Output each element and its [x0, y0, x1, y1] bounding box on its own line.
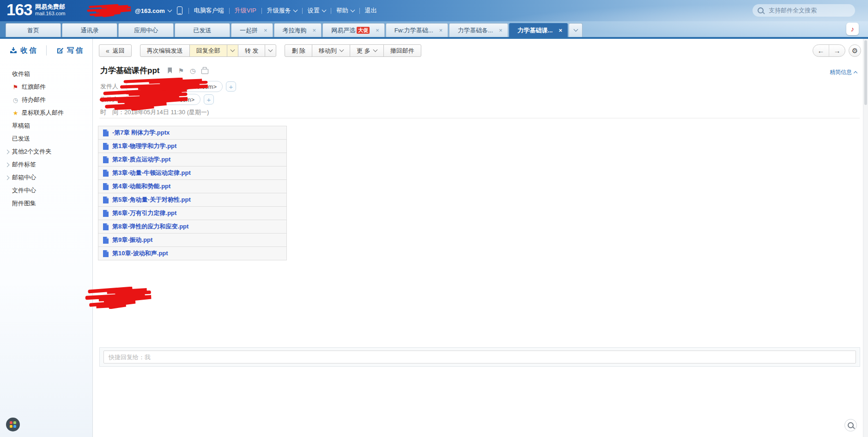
flag-icon[interactable]: ⚑: [178, 67, 184, 74]
close-icon[interactable]: ×: [264, 27, 267, 33]
red-flag-icon: ⚑: [12, 84, 19, 90]
close-icon[interactable]: ×: [499, 27, 503, 33]
reply-all-button[interactable]: 回复全部: [189, 44, 227, 57]
time-value: 2018年05月14日 11:30 (星期一): [124, 108, 209, 117]
tab-yanxuan[interactable]: 网易严选大促×: [322, 23, 385, 37]
manage-button-group: 删 除 移动到 更 多 撤回邮件: [285, 44, 421, 57]
gear-icon[interactable]: ⚙: [849, 44, 861, 57]
next-mail-button[interactable]: →: [829, 45, 845, 56]
chevron-down-icon: [322, 7, 326, 12]
attachment-row[interactable]: -第7章 刚体力学.pptx: [98, 126, 287, 140]
attachment-row[interactable]: 第3章-动量-牛顿运动定律.ppt: [98, 166, 287, 180]
attachment-row[interactable]: 第8章-弹性的应力和应变.ppt: [98, 220, 287, 234]
folder-drafts[interactable]: 草稿箱: [0, 119, 92, 132]
folder-sent[interactable]: 已发送: [0, 132, 92, 145]
compose-pencil-icon: [56, 47, 64, 54]
music-player-icon[interactable]: ♪: [846, 23, 859, 35]
folder-inbox[interactable]: 收件箱: [0, 68, 92, 80]
promo-badge: 大促: [357, 27, 370, 34]
brand-name: 网易免费邮: [35, 3, 65, 11]
bookmark-icon[interactable]: [168, 68, 172, 74]
mobile-phone-icon[interactable]: [177, 6, 182, 15]
close-icon[interactable]: ×: [439, 27, 443, 33]
attachment-row[interactable]: 第2章-质点运动学.ppt: [98, 153, 287, 166]
attachment-row[interactable]: 第5章-角动量-关于对称性.ppt: [98, 193, 287, 207]
scrollbar-thumb[interactable]: [864, 40, 867, 105]
tab-app-center[interactable]: 应用中心: [118, 23, 174, 37]
more-button[interactable]: 更 多: [350, 44, 384, 57]
close-icon[interactable]: ×: [558, 27, 562, 33]
recall-mail-button[interactable]: 撤回邮件: [383, 44, 421, 57]
account-dropdown[interactable]: [168, 10, 171, 12]
delete-button[interactable]: 删 除: [285, 44, 312, 57]
reply-all-dropdown[interactable]: [227, 44, 238, 57]
folder-mail-tags[interactable]: 邮件标签: [0, 158, 92, 171]
folder-red-flag[interactable]: ⚑红旗邮件: [0, 80, 92, 93]
folder-attachment-gallery[interactable]: 附件图集: [0, 197, 92, 210]
folder-file-center[interactable]: 文件中心: [0, 184, 92, 197]
close-icon[interactable]: ×: [376, 27, 379, 33]
attachment-row[interactable]: 第6章-万有引力定律.ppt: [98, 206, 287, 220]
app-launcher-icon[interactable]: [6, 418, 20, 431]
tab-sent[interactable]: 已发送: [175, 23, 230, 37]
nav-upgrade-services[interactable]: 升级服务: [267, 6, 297, 15]
attachment-row[interactable]: 第1章-物理学和力学.ppt: [98, 139, 287, 153]
mail-search-box[interactable]: [753, 4, 855, 17]
re-edit-send-button[interactable]: 再次编辑发送: [140, 44, 190, 57]
launcher-dot: [13, 425, 16, 428]
compose-mail-button[interactable]: 写 信: [47, 46, 93, 55]
folder-todo[interactable]: ◷待办邮件: [0, 93, 92, 106]
tab-home[interactable]: 首页: [6, 23, 61, 37]
mail-title-row: 力学基础课件ppt ⚑ ◷: [100, 65, 208, 76]
forward-button[interactable]: 转 发: [238, 44, 266, 57]
chevron-down-icon: [268, 48, 273, 52]
account-area: @163.com 电脑客户端 升级VIP 升级服务 设置 帮助 退出: [87, 0, 377, 21]
tab-fw-mail[interactable]: Fw:力学基础...×: [386, 23, 448, 37]
add-contact-button[interactable]: +: [204, 94, 214, 105]
tab-contacts[interactable]: 通讯录: [62, 23, 117, 37]
tab-mail-2[interactable]: 力学基础各...×: [449, 23, 508, 37]
recipient-chip[interactable]: com>: [126, 94, 200, 105]
header-divider: [99, 118, 860, 118]
tab-mail-active[interactable]: 力学基础课...×: [509, 23, 568, 37]
previous-mail-button[interactable]: ←: [813, 45, 829, 56]
folder-other-folders[interactable]: 其他2个文件夹: [0, 145, 92, 158]
attachment-row[interactable]: 第10章-波动和声.ppt: [98, 246, 287, 260]
document-icon: [103, 170, 109, 177]
nav-logout[interactable]: 退出: [365, 6, 377, 15]
divider: [261, 8, 262, 14]
mail-toolbar: «返回 再次编辑发送 回复全部 转 发 删 除 移动到 更 多 撤回邮件: [99, 44, 421, 57]
chevron-right-icon: [5, 163, 10, 167]
nav-desktop-client[interactable]: 电脑客户端: [194, 6, 224, 15]
nav-help[interactable]: 帮助: [336, 6, 354, 15]
close-icon[interactable]: ×: [313, 27, 316, 33]
back-button[interactable]: «返回: [99, 44, 132, 57]
search-input[interactable]: [768, 6, 851, 14]
logo-163: 163: [6, 0, 32, 19]
quick-reply-input[interactable]: [103, 351, 856, 363]
zoom-preview-button[interactable]: [844, 419, 857, 431]
folder-mail-center[interactable]: 邮箱中心: [0, 171, 92, 184]
add-contact-button[interactable]: +: [226, 81, 236, 92]
nav-upgrade-vip[interactable]: 升级VIP: [235, 6, 256, 15]
attachment-row[interactable]: 第4章-动能和势能.ppt: [98, 179, 287, 193]
to-label: 收件人：: [100, 95, 124, 104]
receive-mail-button[interactable]: 收 信: [0, 46, 46, 55]
sender-chip[interactable]: @163.com>: [126, 81, 223, 92]
tab-kaola[interactable]: 考拉海购×: [274, 23, 322, 37]
attachment-row[interactable]: 第9章-振动.ppt: [98, 233, 287, 247]
tab-yiqipin[interactable]: 一起拼×: [231, 23, 273, 37]
compact-info-link[interactable]: 精简信息: [830, 68, 857, 76]
time-label: 时 间：: [100, 108, 124, 117]
clock-icon[interactable]: ◷: [190, 67, 195, 74]
folder-starred-contacts[interactable]: ★星标联系人邮件: [0, 106, 92, 119]
print-icon[interactable]: [201, 69, 208, 74]
tab-overflow-menu[interactable]: [569, 23, 583, 37]
chevron-down-icon: [350, 7, 355, 12]
move-to-button[interactable]: 移动到: [312, 44, 350, 57]
scrollbar-track[interactable]: [863, 39, 868, 437]
forward-dropdown[interactable]: [265, 44, 276, 57]
redaction-scribble: [85, 287, 154, 309]
nav-settings[interactable]: 设置: [308, 6, 326, 15]
document-icon: [103, 237, 109, 244]
